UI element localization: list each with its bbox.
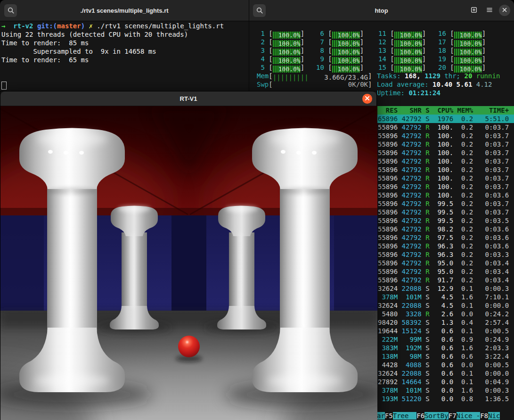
process-row[interactable]: 5589642792R91.70.20:03.4 xyxy=(377,276,514,284)
headerbar: ./rtv1 scenes/multiple_lights.rt htop xyxy=(0,0,514,21)
process-row[interactable]: 5589642792R99.50.20:03.7 xyxy=(377,199,514,208)
cpu-meter: 18[100.0%] xyxy=(438,46,486,55)
rtv1-render-view xyxy=(0,106,377,420)
menu-button[interactable] xyxy=(483,4,496,16)
shell-prompt-line: → rt-v2 git:(master) ✗ ./rtv1 scenes/mul… xyxy=(1,22,249,30)
rtv1-titlebar[interactable]: RT-V1 xyxy=(0,91,376,106)
cpu-meter: 5[100.0%] xyxy=(257,63,304,72)
cpu-meter: 9[100.0%] xyxy=(316,55,364,63)
process-row[interactable]: 3262422088S0.60.10:00.0 xyxy=(377,369,514,378)
cpu-meter: 20[100.0%] xyxy=(438,63,486,72)
fkey-label: ar xyxy=(377,412,385,420)
process-row[interactable]: 5589642792R99.50.20:03.5 xyxy=(377,216,514,225)
process-row[interactable]: 5589642792R100.0.20:03.7 xyxy=(377,182,514,191)
process-row[interactable]: 5589642792R95.00.20:03.4 xyxy=(377,259,514,267)
wall-door-panel xyxy=(171,215,206,311)
process-row[interactable]: 5589642792R100.0.20:03.7 xyxy=(377,140,514,148)
cpu-meter: 8[100.0%] xyxy=(316,46,364,55)
close-button[interactable] xyxy=(499,5,510,16)
process-row[interactable]: 5589642792R98.20.20:03.6 xyxy=(377,225,514,233)
process-row[interactable]: 3262422088S4.50.10:00.0 xyxy=(377,301,514,310)
htop-pane-header: htop xyxy=(249,0,514,21)
process-table-header[interactable]: RESSHRSCPU%MEM%TIME+ xyxy=(377,106,514,115)
process-row[interactable]: 5589642792R96.30.20:03.6 xyxy=(377,242,514,250)
process-row[interactable]: 5589642792R100.0.20:03.7 xyxy=(377,157,514,165)
process-row[interactable]: 1964415124S0.60.10:00.5 xyxy=(377,327,514,335)
cpu-meter: 17[100.0%] xyxy=(438,38,486,46)
cpu-meter: 3[100.0%] xyxy=(257,46,304,55)
search-button-htop[interactable] xyxy=(253,4,266,17)
header-actions xyxy=(468,0,510,21)
cpu-meter: 11[100.0%] xyxy=(378,29,426,38)
process-row[interactable]: 378M101MS0.01.60:00.3 xyxy=(377,386,514,395)
raytraced-scene xyxy=(0,106,377,420)
process-row[interactable]: 5589642792R100.0.20:03.6 xyxy=(377,191,514,199)
fkey-key: F8 xyxy=(480,412,488,420)
close-icon xyxy=(502,7,507,14)
terminal-output: Using 22 threads (detected CPU with 20 t… xyxy=(1,30,249,81)
fkey-label: Nic xyxy=(488,412,500,420)
cpu-meter-column: 1[100.0%]2[100.0%]3[100.0%]4[100.0%]5[10… xyxy=(257,29,304,72)
process-row[interactable]: 138M98MS0.60.63:22.4 xyxy=(377,352,514,361)
new-tab-icon xyxy=(470,6,478,15)
cpu-meter: 12[100.0%] xyxy=(378,38,426,46)
cpu-meter: 1[100.0%] xyxy=(257,29,304,38)
search-button[interactable] xyxy=(4,4,17,17)
process-row[interactable]: 5589642792R96.30.20:03.3 xyxy=(377,250,514,259)
process-row[interactable]: 9842058392S1.30.42:57.4 xyxy=(377,318,514,327)
process-row[interactable]: 222M99MS0.60.90:24.9 xyxy=(377,335,514,344)
process-row[interactable]: 3262422088S12.90.10:00.3 xyxy=(377,284,514,293)
cpu-meter: 4[100.0%] xyxy=(257,55,304,63)
fkey-key: F6 xyxy=(416,412,424,420)
terminal-title: ./rtv1 scenes/multiple_lights.rt xyxy=(0,7,249,14)
process-row[interactable]: 5589642792R100.0.20:03.7 xyxy=(377,165,514,174)
function-key-bar: arF5Tree F6SortByF7Nice -F8Nic xyxy=(377,412,514,420)
process-row[interactable]: 44284088S0.60.00:00.5 xyxy=(377,361,514,369)
fkey-label: Nice - xyxy=(457,412,481,420)
fkey-label: SortBy xyxy=(424,412,449,420)
process-row[interactable]: 5589642792R100.0.20:03.7 xyxy=(377,148,514,157)
status-line: Load average: 10.40 5.61 4.12 xyxy=(377,80,492,89)
process-table-body: 6589642792S19760.25:51.05589642792R100.0… xyxy=(377,115,514,403)
console-window: ./rtv1 scenes/multiple_lights.rt htop xyxy=(0,0,514,420)
cpu-meter: 14[100.0%] xyxy=(378,55,426,63)
hamburger-menu-icon xyxy=(486,6,493,15)
process-row[interactable]: 5589642792R99.50.20:03.7 xyxy=(377,208,514,216)
status-line: Uptime: 01:21:24 xyxy=(377,89,441,97)
process-row[interactable]: 193M51220S0.00.81:36.5 xyxy=(377,395,514,403)
search-icon xyxy=(7,7,15,14)
memory-meter: Mem[|||||||||3.66G/23.4G] xyxy=(257,72,372,80)
search-icon xyxy=(256,7,263,14)
process-row[interactable]: 5589642792R100.0.20:03.7 xyxy=(377,132,514,140)
cpu-meter: 19[100.0%] xyxy=(438,55,486,63)
process-row[interactable]: 5589642792R100.0.20:03.7 xyxy=(377,123,514,132)
rtv1-window-title: RT-V1 xyxy=(180,95,197,102)
process-row[interactable]: 383M192MS0.61.62:03.3 xyxy=(377,344,514,352)
process-row[interactable]: 54803328R2.60.00:24.2 xyxy=(377,310,514,318)
process-row[interactable]: 5589642792R95.00.20:03.4 xyxy=(377,267,514,276)
new-tab-button[interactable] xyxy=(468,4,480,16)
cpu-meter: 16[100.0%] xyxy=(438,29,486,38)
fkey-key: F7 xyxy=(449,412,457,420)
cpu-meter-column: 16[100.0%]17[100.0%]18[100.0%]19[100.0%]… xyxy=(438,29,486,72)
cpu-meter-column: 6[100.0%]7[100.0%]8[100.0%]9[100.0%]10[1… xyxy=(316,29,364,72)
process-row[interactable]: 378M101MS4.51.67:10.1 xyxy=(377,293,514,301)
process-row[interactable]: 5589642792R100.0.20:03.7 xyxy=(377,174,514,182)
close-icon xyxy=(365,95,370,102)
rtv1-close-button[interactable] xyxy=(362,94,372,104)
fkey-key: F5 xyxy=(385,412,393,420)
swap-meter: Swp[0K/0K] xyxy=(257,80,372,89)
fkey-label: Tree xyxy=(393,412,417,420)
cpu-meter: 6[100.0%] xyxy=(316,29,364,38)
terminal-cursor xyxy=(1,82,7,90)
cpu-meter: 7[100.0%] xyxy=(316,38,364,46)
status-line: Tasks: 168, 1129 thr; 20 runnin xyxy=(377,72,500,80)
cpu-meter-column: 11[100.0%]12[100.0%]13[100.0%]14[100.0%]… xyxy=(378,29,426,72)
process-row[interactable]: 2789214664S0.00.10:04.9 xyxy=(377,378,514,386)
process-row[interactable]: 5589642792R97.50.20:03.6 xyxy=(377,233,514,242)
cpu-meter: 2[100.0%] xyxy=(257,38,304,46)
cpu-meter: 13[100.0%] xyxy=(378,46,426,55)
process-table: RESSHRSCPU%MEM%TIME+ 6589642792S19760.25… xyxy=(377,106,514,403)
cpu-meter: 10[100.0%] xyxy=(316,63,364,72)
process-row[interactable]: 6589642792S19760.25:51.0 xyxy=(377,115,514,123)
